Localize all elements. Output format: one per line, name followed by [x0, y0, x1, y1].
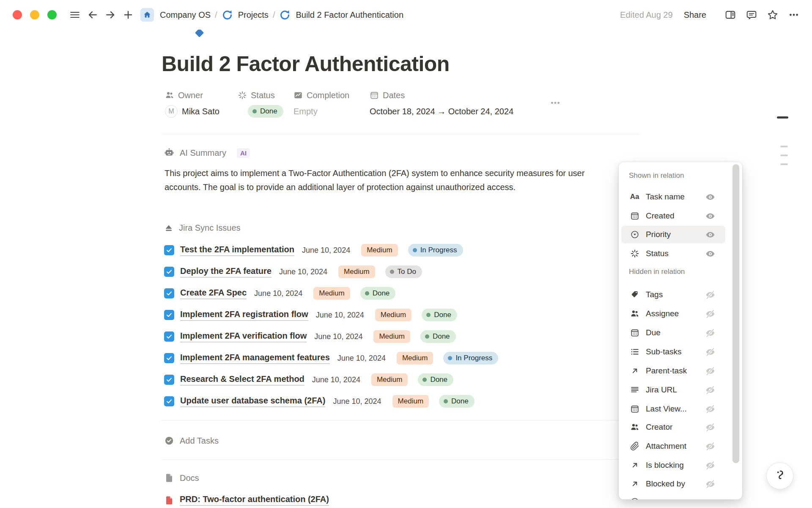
priority-badge: Medium — [392, 395, 429, 408]
forward-icon[interactable] — [103, 8, 118, 22]
popup-item-partial[interactable] — [619, 492, 742, 500]
eye-off-icon[interactable] — [705, 347, 716, 357]
task-title-link[interactable]: Implement 2FA verification flow — [180, 331, 307, 342]
task-checkbox[interactable] — [164, 375, 174, 385]
popup-item-label: Is blocking — [646, 461, 684, 470]
property-dates-value[interactable]: October 18, 2024 → October 24, 2024 — [370, 104, 513, 119]
task-date: June 10, 2024 — [254, 289, 302, 298]
task-checkbox[interactable] — [164, 310, 174, 320]
popup-item-is-blocking[interactable]: Is blocking — [619, 456, 742, 475]
doc-link[interactable]: PRD: Two-factor authentication (2FA) — [180, 494, 329, 506]
favorite-star-icon[interactable] — [765, 8, 780, 22]
popup-scrollbar[interactable] — [732, 164, 739, 463]
task-title-link[interactable]: Create 2FA Spec — [180, 288, 247, 299]
toc-indicator[interactable] — [780, 163, 788, 165]
add-tasks-heading: Add Tasks — [164, 436, 219, 446]
popup-item-parent-task[interactable]: Parent-task — [619, 362, 742, 380]
eye-off-icon[interactable] — [705, 385, 716, 395]
popup-item-task-name[interactable]: Aa Task name — [619, 188, 742, 206]
popup-item-created[interactable]: Created — [619, 207, 742, 225]
task-title-link[interactable]: Test the 2FA implementation — [180, 245, 294, 256]
page-emoji-icon[interactable] — [195, 28, 204, 37]
eye-off-icon[interactable] — [705, 290, 716, 300]
popup-item-status[interactable]: Status — [619, 244, 742, 263]
popup-item-last-view[interactable]: Last View... — [619, 400, 742, 418]
home-icon — [140, 8, 154, 22]
popup-item-label: Jira URL — [646, 385, 677, 395]
property-owner-label[interactable]: Owner — [165, 90, 219, 101]
task-title-link[interactable]: Deploy the 2FA feature — [180, 266, 272, 278]
new-page-icon[interactable] — [121, 8, 135, 22]
sidebar-menu-icon[interactable] — [68, 8, 82, 22]
popup-item-assignee[interactable]: Assignee — [619, 304, 742, 323]
toc-indicator[interactable] — [780, 146, 788, 147]
zoom-window-icon[interactable] — [47, 10, 57, 19]
eye-off-icon[interactable] — [705, 309, 716, 319]
task-checkbox[interactable] — [164, 245, 174, 255]
eye-icon[interactable] — [705, 211, 716, 221]
status-badge-label: To Do — [398, 268, 416, 276]
breadcrumb-projects[interactable]: Projects — [222, 9, 269, 21]
task-row: Implement 2FA registration flow June 10,… — [164, 308, 457, 322]
notion-ai-button[interactable] — [766, 462, 793, 489]
property-status-label[interactable]: Status — [238, 90, 283, 101]
eye-off-icon[interactable] — [705, 366, 716, 376]
section-heading-text: Add Tasks — [180, 436, 219, 446]
eye-icon[interactable] — [705, 229, 716, 240]
task-title-link[interactable]: Implement 2FA management features — [180, 353, 330, 364]
popup-item-blocked-by[interactable]: Blocked by — [619, 475, 742, 493]
task-checkbox[interactable] — [164, 353, 174, 363]
share-button[interactable]: Share — [684, 10, 706, 20]
property-completion-label[interactable]: Completion — [294, 90, 349, 101]
more-properties-icon[interactable] — [550, 97, 561, 108]
side-panel-icon[interactable] — [723, 8, 738, 22]
task-checkbox[interactable] — [164, 267, 174, 277]
ai-summary-text: This project aims to implement a Two-Fac… — [165, 166, 619, 194]
task-checkbox[interactable] — [164, 331, 174, 342]
toc-indicator[interactable] — [780, 155, 788, 156]
task-title-link[interactable]: Implement 2FA registration flow — [180, 309, 308, 321]
minimize-window-icon[interactable] — [30, 10, 39, 19]
ai-summary-heading: AI Summary AI — [164, 148, 250, 158]
comments-icon[interactable] — [744, 8, 759, 22]
back-icon[interactable] — [85, 8, 100, 22]
popup-item-jira-url[interactable]: Jira URL — [619, 381, 742, 399]
arrow-up-right-icon — [629, 479, 640, 489]
paperclip-icon — [629, 442, 640, 451]
status-dot-icon — [422, 378, 427, 382]
eye-off-icon[interactable] — [705, 404, 716, 414]
property-status-value[interactable]: Done — [238, 104, 283, 119]
eye-icon[interactable] — [705, 192, 716, 202]
toc-indicator-active[interactable] — [777, 116, 788, 119]
popup-item-attachment[interactable]: Attachment — [619, 437, 742, 456]
popup-item-priority[interactable]: Priority — [619, 225, 742, 244]
circle-icon — [629, 497, 640, 500]
popup-item-creator[interactable]: Creator — [619, 418, 742, 436]
page-title[interactable]: Build 2 Factor Authentication — [162, 52, 450, 76]
popup-item-tags[interactable]: Tags — [619, 285, 742, 304]
task-title-link[interactable]: Update user database schema (2FA) — [180, 396, 325, 407]
eye-icon[interactable] — [705, 248, 716, 259]
eye-off-icon[interactable] — [705, 441, 716, 452]
ai-badge: AI — [237, 148, 250, 158]
eye-off-icon[interactable] — [705, 479, 716, 489]
popup-item-due[interactable]: Due — [619, 323, 742, 342]
eject-icon — [164, 224, 173, 233]
eye-off-icon[interactable] — [705, 460, 716, 471]
breadcrumb-current-page[interactable]: Build 2 Factor Authentication — [279, 9, 403, 21]
breadcrumb-company-os[interactable]: Company OS — [137, 8, 211, 22]
task-title-link[interactable]: Research & Select 2FA method — [180, 374, 304, 386]
task-checkbox[interactable] — [164, 396, 174, 406]
close-window-icon[interactable] — [13, 10, 22, 19]
eye-off-icon[interactable] — [705, 328, 716, 338]
task-checkbox[interactable] — [164, 288, 174, 298]
status-badge: Done — [439, 395, 475, 408]
property-completion-value[interactable]: Empty — [294, 104, 349, 119]
eye-off-icon[interactable] — [705, 422, 716, 433]
property-owner-value[interactable]: M Mika Sato — [165, 104, 219, 119]
more-options-icon[interactable] — [787, 8, 801, 22]
popup-item-sub-tasks[interactable]: Sub-tasks — [619, 342, 742, 361]
status-dot-icon — [252, 109, 257, 113]
property-dates-label[interactable]: Dates — [370, 90, 513, 101]
popup-section-header: Shown in relation — [629, 171, 732, 180]
